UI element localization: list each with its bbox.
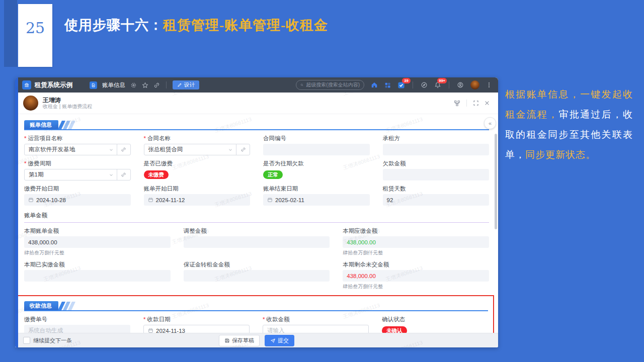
project-select[interactable]: 南京软件开发基地 bbox=[24, 144, 131, 155]
search-icon bbox=[300, 82, 303, 87]
tenant-input bbox=[383, 144, 490, 155]
field-tenant: 承租方 bbox=[383, 135, 490, 155]
todo-icon[interactable]: 39 bbox=[397, 81, 405, 89]
chevron-down-icon bbox=[109, 172, 114, 177]
field-bill-amt: 本期账单金额 438,000.00 肆拾叁万捌仟元整 bbox=[24, 227, 171, 256]
section-title: 账单信息 bbox=[24, 120, 58, 129]
relation-link-icon[interactable] bbox=[117, 169, 130, 180]
normal-status-badge: 正常 bbox=[263, 170, 283, 179]
field-pay-start: 缴费开始日期 2024-10-28 bbox=[24, 185, 131, 206]
field-bill-end: 账单结束日期 2025-02-11 bbox=[263, 185, 370, 206]
field-overdue-status: 是否为往期欠款 正常 bbox=[263, 160, 370, 180]
save-icon bbox=[224, 338, 230, 343]
workflow-icon[interactable] bbox=[454, 100, 460, 107]
star-icon[interactable] bbox=[142, 82, 148, 88]
slide-accent-strip bbox=[4, 0, 17, 67]
calendar-icon bbox=[148, 197, 153, 203]
deposit-to-rent-input bbox=[184, 270, 330, 282]
field-due-amt: 本期应缴金额 438,000.00 肆拾叁万捌仟元整 bbox=[343, 227, 489, 256]
field-pay-no: 缴费单号 系统自动生成 bbox=[24, 316, 130, 333]
receive-amt-input[interactable]: 请输入 bbox=[263, 325, 369, 333]
field-contract-name: *合同名称 张总租赁合同 bbox=[144, 135, 251, 155]
bell-icon[interactable]: 99+ bbox=[434, 81, 441, 88]
home-icon[interactable] bbox=[371, 81, 378, 88]
vertical-scrollbar[interactable] bbox=[495, 134, 497, 229]
adjust-amt-input bbox=[184, 236, 330, 248]
contract-select[interactable]: 张总租赁合同 bbox=[144, 144, 251, 155]
field-confirm-status: 确认状态 未确认 bbox=[382, 316, 488, 333]
field-arrears: 欠款金额 bbox=[383, 160, 490, 180]
slide-page-number-box: 25 bbox=[18, 4, 52, 67]
unpaid-status-badge: 未缴费 bbox=[144, 170, 169, 179]
ribbon-stripes bbox=[60, 302, 73, 310]
calendar-icon bbox=[148, 328, 153, 333]
paper-plane-icon bbox=[270, 338, 276, 343]
period-select[interactable]: 第1期 bbox=[24, 169, 131, 180]
due-amt-input: 438,000.00 bbox=[343, 236, 489, 248]
slide-title: 使用步骤十六：租赁管理-账单管理-收租金 bbox=[64, 16, 328, 34]
tab-bill-info[interactable]: 账单信息 bbox=[102, 81, 125, 89]
pen-icon bbox=[177, 82, 182, 87]
fullscreen-icon[interactable] bbox=[473, 100, 479, 106]
slide-page-number: 25 bbox=[26, 19, 45, 67]
chevron-down-icon bbox=[228, 147, 233, 152]
paid-amt-input bbox=[24, 270, 171, 282]
form-header: 王增涛 收租金 | 账单缴费流程 bbox=[15, 93, 498, 114]
search-input[interactable]: 超级搜索(搜索全站内容) bbox=[296, 80, 364, 90]
app-topbar: 租赁系统示例 账单信息 设计 超级搜索( bbox=[15, 77, 498, 93]
field-bill-start: 账单开始日期 2024-11-12 bbox=[144, 185, 251, 206]
design-button[interactable]: 设计 bbox=[173, 80, 199, 89]
person-icon[interactable] bbox=[457, 81, 464, 88]
section-bill-info: 账单信息 bbox=[24, 119, 489, 130]
side-note: 根据账单信息，一键发起收租金流程，审批通过后，收取的租金同步至其他关联表单，同步… bbox=[505, 84, 633, 165]
pay-start-date: 2024-10-28 bbox=[24, 194, 131, 206]
notice-badge: 99+ bbox=[437, 78, 447, 83]
compass-icon[interactable] bbox=[421, 81, 428, 88]
slide-title-highlight: 租赁管理-账单管理-收租金 bbox=[163, 18, 328, 33]
user-name: 王增涛 bbox=[43, 97, 92, 104]
gear-icon[interactable] bbox=[130, 82, 137, 88]
calendar-icon bbox=[28, 197, 34, 203]
close-icon[interactable] bbox=[484, 100, 490, 106]
document-icon bbox=[90, 81, 97, 89]
brand[interactable]: 租赁系统示例 bbox=[22, 80, 72, 89]
field-period: *缴费周期 第1期 bbox=[24, 160, 131, 180]
bill-amt-input: 438,000.00 bbox=[24, 236, 171, 248]
pay-no-input: 系统自动生成 bbox=[24, 325, 130, 333]
calendar-icon bbox=[267, 197, 273, 203]
continue-submit-checkbox[interactable]: 继续提交下一条 bbox=[23, 337, 72, 344]
field-receive-date: *收款日期 2024-11-13 bbox=[143, 316, 250, 333]
kebab-menu-icon[interactable] bbox=[486, 82, 492, 88]
brand-label: 租赁系统示例 bbox=[35, 81, 72, 89]
apps-grid-icon[interactable] bbox=[384, 82, 391, 88]
relation-link-icon[interactable] bbox=[117, 144, 130, 155]
user-avatar-small[interactable] bbox=[470, 80, 479, 89]
field-project: *运营项目名称 南京软件开发基地 bbox=[24, 135, 131, 155]
save-draft-button[interactable]: 保存草稿 bbox=[219, 335, 260, 346]
contract-no-input bbox=[263, 144, 370, 155]
field-adjust-amt: 调整金额 bbox=[184, 227, 330, 256]
remaining-amt-input: 438,000.00 bbox=[343, 270, 489, 282]
field-receive-amt: *收款金额 请输入 bbox=[263, 316, 369, 333]
amount-in-words: 肆拾叁万捌仟元整 bbox=[24, 249, 171, 256]
form-content: 账单信息 *运营项目名称 南京软件开发基地 *合同名称 张总租赁合同 bbox=[15, 114, 498, 333]
field-paid-amt: 本期已实缴金额 bbox=[24, 261, 171, 290]
bill-start-date: 2024-11-12 bbox=[144, 194, 251, 206]
lease-days-input: 92 bbox=[383, 194, 490, 206]
field-remaining-amt: 本期剩余未交金额 438,000.00 肆拾叁万捌仟元整 bbox=[343, 261, 489, 290]
user-avatar bbox=[23, 96, 38, 111]
highlight-box: 收款信息 缴费单号 系统自动生成 *收款日期 2024-11-13 *收款金额 bbox=[17, 295, 494, 333]
submit-button[interactable]: 提交 bbox=[265, 335, 294, 346]
link-icon[interactable] bbox=[153, 82, 160, 88]
checkbox[interactable] bbox=[23, 337, 30, 344]
amount-in-words: 肆拾叁万捌仟元整 bbox=[343, 249, 489, 256]
field-paid-status: 是否已缴费 未缴费 bbox=[144, 160, 251, 180]
relation-link-icon[interactable] bbox=[236, 144, 250, 155]
todo-badge: 39 bbox=[402, 78, 411, 83]
section-payment-info: 收款信息 bbox=[24, 300, 488, 311]
bank-icon bbox=[22, 80, 31, 89]
receive-date-input[interactable]: 2024-11-13 bbox=[143, 325, 250, 333]
field-lease-days: 租赁天数 92 bbox=[383, 185, 490, 206]
field-deposit-to-rent: 保证金转租金金额 bbox=[184, 261, 330, 290]
collapse-panel-button[interactable]: « bbox=[484, 117, 496, 129]
